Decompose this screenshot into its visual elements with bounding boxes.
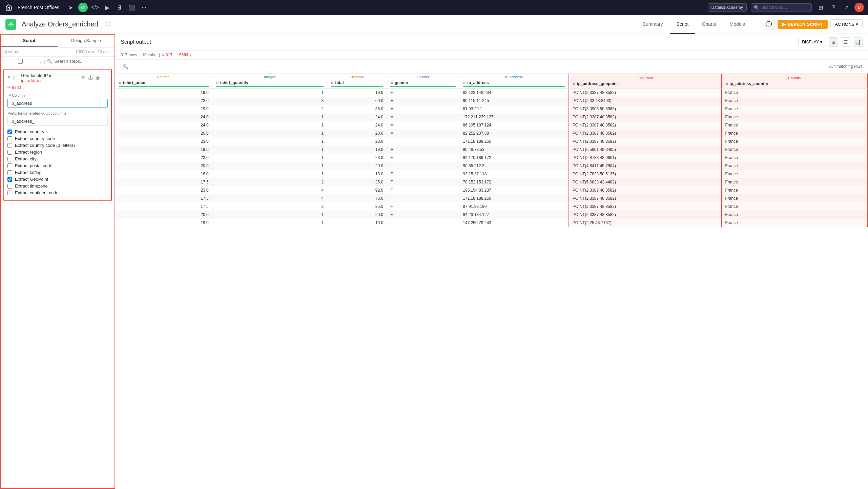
chart-view-icon[interactable]: 📊 (853, 37, 863, 47)
cell-qty: 2 (212, 105, 327, 113)
search-input[interactable] (761, 5, 809, 10)
checkboxes-group: Extract country Extract country code Ext… (7, 129, 108, 195)
info-icon[interactable]: ⓘ (106, 21, 110, 27)
nav-code-icon[interactable]: </> (90, 3, 100, 12)
cell-qty: 1 (212, 211, 327, 219)
drag-handle[interactable]: ⠿ (7, 76, 11, 81)
step-highlight: ip_address (21, 78, 43, 83)
trend-icon[interactable]: ↗ (842, 3, 851, 12)
cell-ip: 93.15.37.118 (459, 170, 569, 178)
cell-country: France (722, 129, 868, 137)
help-icon[interactable]: ? (829, 3, 838, 12)
checkbox-extract-timezone[interactable]: Extract timezone (7, 183, 108, 189)
comment-button[interactable]: 💬 (763, 19, 775, 30)
cell-country: France (722, 97, 868, 105)
step-checkbox[interactable] (14, 76, 18, 80)
nav-screen-icon[interactable]: ⬛ (127, 3, 137, 12)
checkbox-postal-label: Extract postal code (15, 163, 53, 168)
cell-geopoint: POINT(2.33 48.8493) (569, 97, 722, 105)
filter-search-button[interactable]: 🔍 (121, 62, 130, 71)
cell-ip: 78.152.153.172 (459, 178, 569, 186)
nav-refresh-icon[interactable]: ↺ (78, 3, 88, 12)
tab-models[interactable]: Models (723, 15, 752, 34)
checkbox-extract-region[interactable]: Extract region (7, 150, 108, 155)
cell-price: 20.0 (115, 162, 212, 170)
list-view-icon[interactable]: ☰ (841, 37, 850, 47)
tab-summary[interactable]: Summary (636, 15, 670, 34)
trash-icon[interactable]: 🗑 (96, 75, 100, 81)
cell-price: 17.5 (115, 202, 212, 211)
nav-play-icon[interactable]: ▶ (103, 3, 112, 12)
cell-price: 23.0 (115, 137, 212, 145)
checkbox-extract-postal[interactable]: Extract postal code (7, 163, 108, 168)
sort-icon: ⠿ (119, 80, 122, 85)
checkbox-continent[interactable] (7, 191, 12, 195)
checkbox-extract-city[interactable]: Extract city (7, 156, 108, 161)
row-info: 317 rows, 10 cols ( ✏ 317 — 9683 ) (115, 51, 868, 60)
more-icon[interactable]: ⋯ (103, 75, 108, 81)
cell-ip: 171.18.188.250 (459, 137, 569, 145)
checkbox-extract-latlng[interactable]: Extract lat/lng (7, 170, 108, 175)
table-container[interactable]: Decimal ⠿ tshirt_price Integer (115, 74, 868, 489)
cell-geopoint: POINT(2.3387 48.8582) (569, 202, 722, 211)
checkbox-city[interactable] (7, 157, 12, 161)
col-type-label: Gender (390, 75, 456, 80)
home-icon[interactable] (4, 3, 14, 12)
power-icon[interactable]: ⏻ (88, 75, 93, 81)
cell-price: 20.0 (115, 129, 212, 137)
checkbox-latlng[interactable] (7, 170, 12, 175)
actions-button[interactable]: ACTIONS ▾ (830, 19, 863, 29)
checkbox-region[interactable] (7, 150, 12, 155)
tab-script-panel[interactable]: Script (1, 35, 58, 47)
checkbox-extract-continent[interactable]: Extract continent code (7, 190, 108, 195)
table-row: 17.5 2 35.0 F 87.91.98.180 POINT(2.3387 … (115, 202, 868, 211)
display-button[interactable]: DISPLAY ▾ (798, 38, 826, 46)
checkbox-timezone[interactable] (7, 184, 12, 189)
prefix-input[interactable] (7, 117, 108, 126)
checkbox-timezone-label: Extract timezone (15, 183, 48, 189)
select-all-checkbox[interactable] (4, 59, 37, 64)
cell-gender: M (387, 113, 459, 121)
cell-ip: 90.48.73.53 (459, 145, 569, 154)
cell-ip: 82.123.148.234 (459, 88, 569, 97)
cell-geopoint: POINT(2.3387 48.8582) (569, 186, 722, 194)
nav-arrow-icon[interactable]: ➤ (66, 3, 76, 12)
cell-gender (387, 137, 459, 145)
checkbox-extract-geopoint[interactable]: Extract GeoPoint (7, 177, 108, 182)
eye-icon[interactable]: 👁 (81, 75, 85, 81)
checkbox-country-code-3[interactable] (7, 143, 12, 148)
cell-price: 17.5 (115, 194, 212, 202)
checkbox-extract-country[interactable]: Extract country (7, 129, 108, 134)
search-steps-bar[interactable]: ⌄ | 🔍 (1, 57, 115, 66)
grid-icon[interactable]: ⊞ (816, 3, 825, 12)
checkbox-geopoint[interactable] (7, 177, 12, 182)
checkbox-country[interactable] (7, 130, 12, 134)
search-steps-icon: ⌄ (39, 59, 42, 64)
nav-more-icon[interactable]: ··· (139, 3, 149, 12)
tab-design-sample[interactable]: Design Sample (58, 35, 115, 47)
nav-print-icon[interactable]: 🖨 (115, 3, 124, 12)
tab-charts[interactable]: Charts (695, 15, 723, 34)
avatar[interactable]: U (854, 3, 864, 12)
deploy-button[interactable]: ▶ DEPLOY SCRIPT (778, 20, 828, 29)
grid-view-icon[interactable]: ⊞ (829, 37, 838, 47)
cell-price: 19.0 (115, 145, 212, 154)
search-steps-input[interactable] (54, 59, 111, 64)
checkbox-extract-country-code[interactable]: Extract country code (7, 136, 108, 141)
cell-ip: 90.85.212.3 (459, 162, 569, 170)
cell-qty: 3 (212, 97, 327, 105)
cell-gender: M (387, 97, 459, 105)
checkbox-extract-country-code-3[interactable]: Extract country code (3 letters) (7, 143, 108, 148)
col-header-total: Decimal ⠿ total (327, 74, 387, 88)
checkbox-postal[interactable] (7, 163, 12, 168)
tab-script[interactable]: Script (670, 15, 696, 34)
ip-column-input[interactable] (7, 99, 108, 108)
cell-qty: 2 (212, 178, 327, 186)
search-bar[interactable]: 🔍 (751, 3, 812, 12)
table-row: 23.0 1 23.0 F 92.170.189.172 POINT(2.878… (115, 154, 868, 162)
checkbox-country-code[interactable] (7, 136, 12, 141)
cell-price: 23.0 (115, 97, 212, 105)
step-id[interactable]: ✏ 9833 (7, 85, 108, 90)
cell-total: 20.0 (327, 129, 387, 137)
col-header-gender: Gender ⠿ gender (387, 74, 459, 88)
